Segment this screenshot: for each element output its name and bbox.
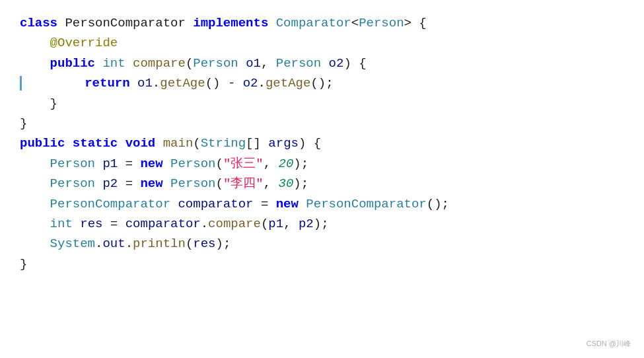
code-line-3: public int compare(Person o1, Person o2)… bbox=[20, 54, 624, 73]
code-line-12: System.out.println(res); bbox=[20, 234, 624, 254]
watermark: CSDN @川峰 bbox=[587, 338, 631, 350]
code-line-1: class PersonComparator implements Compar… bbox=[20, 13, 624, 33]
code-line-13: } bbox=[20, 254, 624, 274]
code-line-9: Person p2 = new Person("李四", 30); bbox=[20, 174, 624, 194]
code-editor: class PersonComparator implements Compar… bbox=[0, 0, 644, 358]
code-line-2: @Override bbox=[20, 33, 624, 53]
code-line-11: int res = comparator.compare(p1, p2); bbox=[20, 214, 624, 234]
code-line-10: PersonComparator comparator = new Person… bbox=[20, 194, 624, 214]
code-line-5: } bbox=[20, 94, 624, 114]
code-line-4: return o1.getAge() - o2.getAge(); bbox=[20, 73, 624, 93]
code-line-6: } bbox=[20, 114, 624, 133]
code-line-7: public static void main(String[] args) { bbox=[20, 133, 624, 153]
code-line-8: Person p1 = new Person("张三", 20); bbox=[20, 154, 624, 174]
